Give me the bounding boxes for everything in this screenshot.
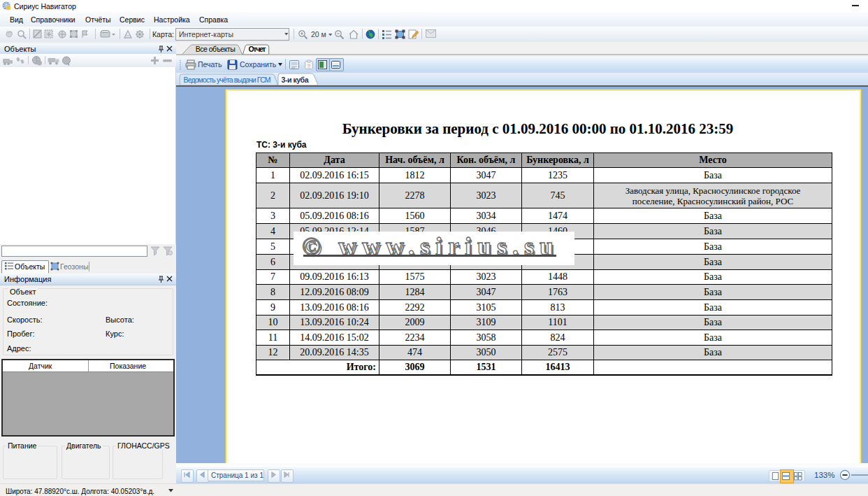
svg-text:Ведомость учёта выдачи ГСМ: Ведомость учёта выдачи ГСМ — [184, 76, 271, 84]
svg-text:3-и куба: 3-и куба — [282, 76, 309, 84]
svg-text:Отчет: Отчет — [249, 45, 266, 53]
svg-text:?: ? — [308, 63, 311, 69]
svg-text:Все объекты: Все объекты — [196, 45, 236, 53]
